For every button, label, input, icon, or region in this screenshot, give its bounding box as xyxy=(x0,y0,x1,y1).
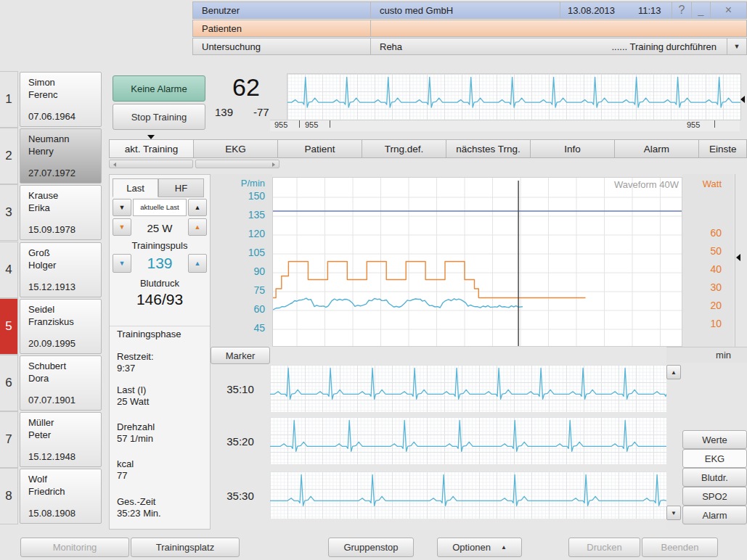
keine-alarme-button[interactable]: Keine Alarme xyxy=(113,75,205,102)
view-werte-button[interactable]: Werte xyxy=(682,430,747,449)
training-control-panel: Last HF ▼ aktuelle Last ▲ ▼ 25 W ▲ Train… xyxy=(109,174,211,530)
patient-card[interactable]: Seidel Franziskus 20.09.1995 xyxy=(20,299,102,354)
hr-axis-tick: 90 xyxy=(214,265,265,277)
patient-dob: 15.12.1948 xyxy=(28,451,75,462)
view-alarm-button[interactable]: Alarm xyxy=(682,506,747,524)
tab-trng-def[interactable]: Trng.def. xyxy=(362,139,446,158)
patient-number: 3 xyxy=(0,184,18,241)
load-up-button[interactable]: ▲ xyxy=(188,218,207,236)
chevron-down-icon[interactable]: ▼ xyxy=(727,38,746,54)
tab-alarm[interactable]: Alarm xyxy=(614,139,699,158)
patient-firstname: Friedrich xyxy=(28,486,65,497)
help-button[interactable]: ? xyxy=(672,2,691,18)
rr-interval-value: 955 xyxy=(687,120,700,129)
marker-ecg-strip xyxy=(270,365,666,412)
collapse-chart-icon[interactable] xyxy=(736,254,740,261)
company-name: custo med GmbH xyxy=(371,2,560,18)
tab-ekg[interactable]: EKG xyxy=(193,139,278,158)
patient-firstname: Dora xyxy=(28,373,49,384)
gruppenstop-button[interactable]: Gruppenstop xyxy=(328,538,414,557)
hr-axis-tick: 135 xyxy=(214,209,265,221)
scroll-up-button[interactable]: ▲ xyxy=(666,365,681,379)
hr-axis-gutter: P/min 15013512010590756045 xyxy=(211,174,272,347)
tab-einstellungen[interactable]: Einste xyxy=(698,139,747,158)
menu-patienten[interactable]: Patienten xyxy=(193,20,371,36)
tab-naechstes-trng[interactable]: nächstes Trng. xyxy=(446,139,531,158)
waveform-annotation: Waveform 40W xyxy=(603,179,679,190)
panel-tab-hf[interactable]: HF xyxy=(158,178,204,197)
stop-training-button[interactable]: Stop Training xyxy=(113,104,205,130)
minimize-button[interactable]: _ xyxy=(691,2,710,18)
patient-card[interactable]: Krause Erika 15.09.1978 xyxy=(20,185,102,240)
menu-untersuchung[interactable]: Untersuchung xyxy=(193,38,371,54)
view-spo2-button[interactable]: SPO2 xyxy=(682,487,747,506)
last-i-label: Last (I) xyxy=(117,384,146,396)
monitoring-button[interactable]: Monitoring xyxy=(20,538,129,557)
load-mode-up-button[interactable]: ▲ xyxy=(188,199,207,216)
patient-lastname: Müller xyxy=(28,417,54,428)
patient-row[interactable]: 6 Schubert Dora 07.07.1901 xyxy=(0,355,102,411)
watt-axis-tick: 60 xyxy=(685,227,722,239)
beenden-button[interactable]: Beenden xyxy=(642,538,718,557)
pulse-up-button[interactable]: ▲ xyxy=(188,254,207,273)
load-mode-down-button[interactable]: ▼ xyxy=(113,199,131,216)
panel-tab-last[interactable]: Last xyxy=(113,178,158,197)
patient-row[interactable]: 8 Wolf Friedrich 15.08.1908 xyxy=(0,468,102,524)
training-durchfuehren-action[interactable]: ...... Training durchführen xyxy=(560,38,727,54)
optionen-label: Optionen xyxy=(452,542,491,553)
untersuchung-value: Reha xyxy=(371,38,560,54)
close-button[interactable]: × xyxy=(710,2,746,18)
patient-number-alarm: 5 xyxy=(0,298,18,355)
patient-number: 2 xyxy=(0,128,18,184)
triangle-up-icon: ▲ xyxy=(195,223,201,231)
collapse-ecg-strip-icon[interactable] xyxy=(740,96,745,103)
patient-row[interactable]: 5 Seidel Franziskus 20.09.1995 xyxy=(0,298,102,355)
tab-scroll-right[interactable] xyxy=(195,160,279,168)
patient-card[interactable]: Wolf Friedrich 15.08.1908 xyxy=(20,469,102,524)
trainingsplatz-button[interactable]: Trainingsplatz xyxy=(131,538,240,557)
live-ecg-strip xyxy=(287,73,741,120)
panel-divider xyxy=(110,326,210,326)
time-display: 11:13 xyxy=(638,2,672,18)
patient-row[interactable]: 1 Simon Ferenc 07.06.1964 xyxy=(0,71,102,128)
patient-row[interactable]: 2 Neumann Henry 27.07.1972 xyxy=(0,128,102,184)
marker-ecg-waveform xyxy=(270,417,666,464)
hr-limit-lower: -77 xyxy=(253,106,269,118)
optionen-button[interactable]: Optionen ▲ xyxy=(437,538,522,557)
patient-row[interactable]: 3 Krause Erika 15.09.1978 xyxy=(0,184,102,241)
watt-axis-tick: 20 xyxy=(685,300,722,311)
rr-tick xyxy=(299,120,300,128)
patient-card[interactable]: Schubert Dora 07.07.1901 xyxy=(20,355,102,411)
tab-patient[interactable]: Patient xyxy=(277,139,362,158)
patient-firstname: Peter xyxy=(28,429,51,440)
date-display: 13.08.2013 xyxy=(560,2,638,18)
rr-tick xyxy=(330,120,330,128)
patient-number: 4 xyxy=(0,242,18,298)
patient-lastname: Seidel xyxy=(28,304,54,315)
patient-card[interactable]: Simon Ferenc 07.06.1964 xyxy=(20,72,102,127)
patient-firstname: Erika xyxy=(28,202,50,213)
tab-akt-training[interactable]: akt. Training xyxy=(109,139,194,158)
patient-dob: 27.07.1972 xyxy=(28,168,75,178)
blutdruck-value: 146/93 xyxy=(110,291,210,308)
patient-lastname: Groß xyxy=(28,247,50,258)
patient-lastname: Neumann xyxy=(28,133,69,144)
patient-card[interactable]: Müller Peter 15.12.1948 xyxy=(20,412,102,467)
marker-ecg-strip xyxy=(270,472,666,519)
tab-info[interactable]: Info xyxy=(530,139,615,158)
patient-row[interactable]: 4 Groß Holger 15.12.1913 xyxy=(0,242,102,298)
trainingspuls-label: Trainingspuls xyxy=(110,240,210,251)
view-ekg-button[interactable]: EKG xyxy=(682,449,747,468)
scroll-down-button[interactable]: ▼ xyxy=(666,506,681,520)
patient-card-selected[interactable]: Neumann Henry 27.07.1972 xyxy=(20,128,102,184)
view-blutdruck-button[interactable]: Blutdr. xyxy=(682,468,747,487)
marker-time: 35:20 xyxy=(211,435,270,448)
patient-row[interactable]: 7 Müller Peter 15.12.1948 xyxy=(0,411,102,468)
patient-dob: 07.06.1964 xyxy=(28,111,75,122)
drucken-button[interactable]: Drucken xyxy=(568,538,640,557)
marker-button[interactable]: Marker xyxy=(211,347,270,364)
tab-scroll-left[interactable] xyxy=(109,160,193,168)
patient-card[interactable]: Groß Holger 15.12.1913 xyxy=(20,242,102,297)
menu-benutzer[interactable]: Benutzer xyxy=(193,2,371,18)
marker-ecg-waveform xyxy=(270,472,666,519)
